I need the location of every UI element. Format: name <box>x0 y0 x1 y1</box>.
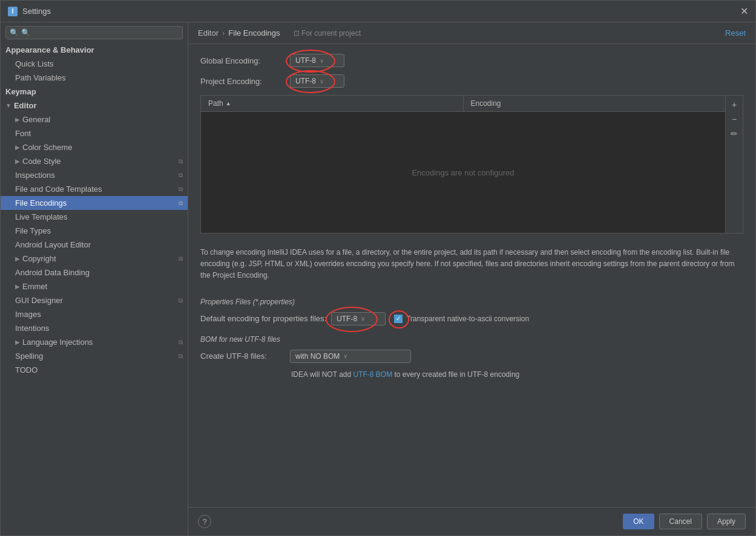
sidebar-item-inspections[interactable]: Inspections ⧉ <box>1 168 188 182</box>
reset-link[interactable]: Reset <box>725 28 746 38</box>
sidebar-item-path-variables[interactable]: Path Variables <box>1 71 188 85</box>
chevron-right-icon: ▶ <box>15 144 20 151</box>
sidebar-item-intentions[interactable]: Intentions <box>1 321 188 335</box>
app-icon: I <box>8 7 18 16</box>
sidebar: 🔍 Appearance & Behavior Quick Lists Path… <box>1 22 188 535</box>
sidebar-item-keymap[interactable]: Keymap <box>1 85 188 99</box>
search-box[interactable]: 🔍 <box>5 26 183 39</box>
breadcrumb-separator: › <box>222 28 225 38</box>
sidebar-item-label: Emmet <box>22 282 47 291</box>
sidebar-item-label: GUI Designer <box>15 296 63 305</box>
copy-icon: ⧉ <box>179 297 183 304</box>
encoding-table: Path ▲ Encoding Encodings are not config… <box>201 96 725 233</box>
sidebar-item-label: Path Variables <box>15 73 66 82</box>
transparent-checkbox[interactable]: ✓ <box>394 315 403 323</box>
remove-row-button[interactable]: − <box>728 113 741 126</box>
sidebar-item-code-style[interactable]: ▶ Code Style ⧉ <box>1 154 188 168</box>
sidebar-item-label: File Encodings <box>15 198 67 208</box>
title-bar: I Settings ✕ <box>1 1 755 22</box>
sidebar-item-label: Editor <box>14 101 37 110</box>
search-input[interactable] <box>21 28 179 37</box>
sidebar-item-quick-lists[interactable]: Quick Lists <box>1 57 188 71</box>
chevron-right-icon: ▶ <box>15 255 20 262</box>
sidebar-item-todo[interactable]: TODO <box>1 363 188 377</box>
sidebar-item-label: General <box>22 115 50 124</box>
breadcrumb: Editor › File Encodings ⊡ For current pr… <box>188 22 755 44</box>
default-encoding-label: Default encoding for properties files: <box>200 314 326 323</box>
bom-link[interactable]: UTF-8 BOM <box>353 370 392 379</box>
sidebar-item-images[interactable]: Images <box>1 307 188 321</box>
encoding-table-wrapper: Path ▲ Encoding Encodings are not config… <box>200 95 743 234</box>
copy-icon: ⧉ <box>179 200 183 207</box>
settings-dialog: I Settings ✕ 🔍 Appearance & Behavior Qui… <box>0 0 756 536</box>
transparent-label: Transparent native-to-ascii conversion <box>406 315 529 323</box>
sidebar-item-appearance-behavior[interactable]: Appearance & Behavior <box>1 43 188 57</box>
create-utf8-value: with NO BOM <box>295 352 340 361</box>
project-note: ⊡ For current project <box>294 29 361 38</box>
sidebar-item-label: Copyright <box>22 254 56 263</box>
copy-icon: ⧉ <box>179 353 183 360</box>
help-button[interactable]: ? <box>198 515 211 528</box>
sidebar-item-color-scheme[interactable]: ▶ Color Scheme <box>1 140 188 154</box>
chevron-down-icon: ▼ <box>5 102 12 109</box>
sidebar-item-label: File and Code Templates <box>15 185 102 194</box>
sidebar-item-language-injections[interactable]: ▶ Language Injections ⧉ <box>1 335 188 349</box>
edit-row-button[interactable]: ✏ <box>728 127 741 140</box>
sidebar-item-label: Spelling <box>15 351 43 361</box>
copy-icon: ⧉ <box>179 158 183 165</box>
window-title: Settings <box>22 7 51 16</box>
description-text: To change encoding IntelliJ IDEA uses fo… <box>200 241 743 288</box>
sidebar-item-font[interactable]: Font <box>1 126 188 140</box>
apply-button[interactable]: Apply <box>707 514 746 529</box>
chevron-right-icon: ▶ <box>15 283 20 290</box>
sidebar-item-editor[interactable]: ▼ Editor <box>1 99 188 113</box>
breadcrumb-current: File Encodings <box>228 28 280 38</box>
sidebar-item-android-layout-editor[interactable]: Android Layout Editor <box>1 238 188 252</box>
project-encoding-row: Project Encoding: UTF-8 ∨ <box>200 74 743 88</box>
sidebar-item-label: Color Scheme <box>22 143 72 152</box>
ok-button[interactable]: OK <box>623 514 654 529</box>
copy-icon: ⧉ <box>179 172 183 179</box>
search-icon: 🔍 <box>10 28 19 37</box>
checkmark-icon: ✓ <box>396 315 401 322</box>
main-content: Global Encoding: UTF-8 ∨ Project <box>188 44 755 507</box>
project-encoding-label: Project Encoding: <box>200 77 285 86</box>
sidebar-item-emmet[interactable]: ▶ Emmet <box>1 279 188 293</box>
add-row-button[interactable]: + <box>728 98 741 111</box>
sidebar-item-label: Images <box>15 310 41 319</box>
sidebar-item-general[interactable]: ▶ General <box>1 113 188 126</box>
sidebar-item-file-types[interactable]: File Types <box>1 224 188 238</box>
create-utf8-row: Create UTF-8 files: with NO BOM ∨ <box>200 350 743 363</box>
global-encoding-value: UTF-8 <box>295 56 316 65</box>
sidebar-item-file-encodings[interactable]: File Encodings ⧉ <box>1 196 188 210</box>
sidebar-item-label: Language Injections <box>22 338 93 347</box>
global-encoding-select[interactable]: UTF-8 ∨ <box>290 54 344 67</box>
create-utf8-select[interactable]: with NO BOM ∨ <box>290 350 411 363</box>
project-encoding-select[interactable]: UTF-8 ∨ <box>290 74 344 88</box>
sidebar-item-label: Font <box>15 129 31 138</box>
chevron-right-icon: ▶ <box>15 116 20 123</box>
default-encoding-select[interactable]: UTF-8 ∨ <box>331 312 386 325</box>
sidebar-item-android-data-binding[interactable]: Android Data Binding <box>1 266 188 279</box>
sidebar-item-file-code-templates[interactable]: File and Code Templates ⧉ <box>1 182 188 196</box>
create-utf8-label: Create UTF-8 files: <box>200 351 285 361</box>
breadcrumb-parent: Editor <box>198 28 219 38</box>
sidebar-item-spelling[interactable]: Spelling ⧉ <box>1 349 188 363</box>
bottom-bar: ? OK Cancel Apply <box>188 507 755 535</box>
copy-icon: ⧉ <box>179 186 183 193</box>
chevron-down-icon: ∨ <box>361 315 365 322</box>
close-button[interactable]: ✕ <box>740 5 748 17</box>
sidebar-item-label: Intentions <box>15 324 49 333</box>
cancel-button[interactable]: Cancel <box>659 514 702 529</box>
main-panel: Editor › File Encodings ⊡ For current pr… <box>188 22 755 535</box>
table-header: Path ▲ Encoding <box>201 96 725 112</box>
default-encoding-row: Default encoding for properties files: U… <box>200 312 743 325</box>
sidebar-item-gui-designer[interactable]: GUI Designer ⧉ <box>1 293 188 307</box>
sidebar-item-label: Appearance & Behavior <box>5 45 94 54</box>
table-toolbar: + − ✏ <box>725 96 743 233</box>
sidebar-item-label: Quick Lists <box>15 59 54 68</box>
sidebar-item-copyright[interactable]: ▶ Copyright ⧉ <box>1 252 188 266</box>
sidebar-item-live-templates[interactable]: Live Templates <box>1 210 188 224</box>
sidebar-item-label: Inspections <box>15 171 55 180</box>
global-encoding-label: Global Encoding: <box>200 56 285 65</box>
